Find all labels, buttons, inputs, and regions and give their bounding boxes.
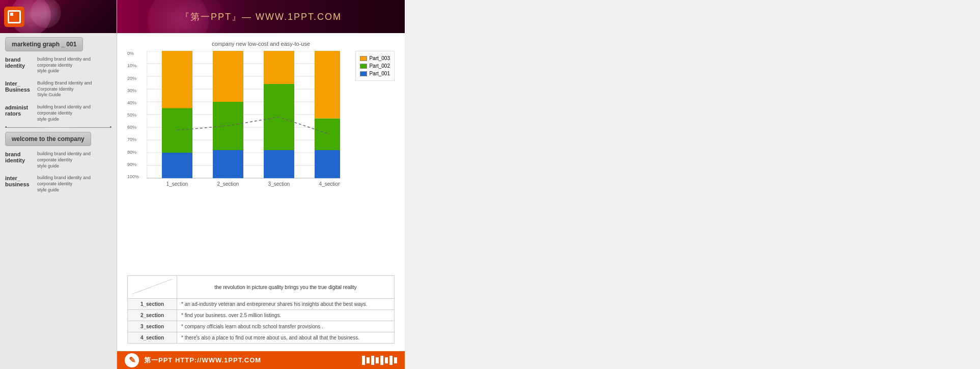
welcome-btn[interactable]: welcome to the company <box>5 132 91 146</box>
nav-item-desc-1: building brand identity andcorporate ide… <box>37 56 91 74</box>
marketing-graph-btn[interactable]: marketing graph _ 001 <box>5 37 83 51</box>
main-content: 『第一PPT』— WWW.1PPT.COM company new low-co… <box>117 0 405 369</box>
chart-area: company new low-cost and easy-to-use 100… <box>117 33 405 275</box>
svg-rect-25 <box>315 150 340 178</box>
footer: ✎ 第一PPT HTTP://WWW.1PPT.COM <box>117 351 405 369</box>
sidebar-header <box>0 0 117 33</box>
table-row: 3_section* company officials learn about… <box>128 321 395 332</box>
footer-bars <box>362 356 397 365</box>
y-label-30: 30% <box>127 88 144 93</box>
right-area <box>405 0 980 369</box>
svg-rect-26 <box>315 119 340 151</box>
svg-text:4_section: 4_section <box>319 181 340 187</box>
sidebar-item-brand-identity-1[interactable]: brandidentity building brand identity an… <box>0 53 117 77</box>
table-row: 4_section* there's also a place to find … <box>128 332 395 344</box>
chart-svg: 1_section 2_section 3_section 4_section <box>147 51 340 188</box>
table-section-cell: 3_section <box>128 321 177 332</box>
legend-color-part002 <box>360 64 367 69</box>
legend-label-part003: Part_003 <box>369 55 390 61</box>
footer-bar-5 <box>380 356 383 365</box>
svg-rect-16 <box>162 153 192 178</box>
nav-item-title-4: brandidentity <box>5 151 33 163</box>
app-icon-inner <box>8 10 21 23</box>
table-desc-cell: * there's also a place to find out more … <box>177 332 395 344</box>
table-desc-cell: * find your business. over 2.5 million l… <box>177 310 395 321</box>
chart-legend: Part_003 Part_002 Part_001 <box>355 51 395 81</box>
footer-text: 第一PPT HTTP://WWW.1PPT.COM <box>144 356 357 365</box>
footer-bar-8 <box>394 357 397 363</box>
nav-item-title-3: administrators <box>5 104 33 117</box>
legend-color-part003 <box>360 56 367 61</box>
app-icon <box>4 7 24 27</box>
y-label-90: 90% <box>127 162 144 167</box>
y-label-0: 0% <box>127 51 144 56</box>
chart-with-axes: 100% 90% 80% 70% 60% 50% 40% 30% 20% 10%… <box>127 51 348 190</box>
table-corner-header <box>128 276 177 299</box>
legend-label-part002: Part_002 <box>369 63 390 69</box>
nav-item-title-5: inter_business <box>5 175 33 187</box>
footer-bar-4 <box>376 357 379 363</box>
footer-bar-6 <box>385 357 388 363</box>
y-label-60: 60% <box>127 125 144 130</box>
footer-bar-3 <box>371 356 374 365</box>
y-label-50: 50% <box>127 112 144 118</box>
table-desc-cell: * company officials learn about nclb sch… <box>177 321 395 332</box>
chart-svg-container: 1_section 2_section 3_section 4_section <box>147 51 348 190</box>
nav-item-title-2: Inter_Business <box>5 80 33 93</box>
svg-rect-19 <box>213 150 243 178</box>
y-label-40: 40% <box>127 100 144 105</box>
svg-rect-24 <box>264 51 294 84</box>
chart-container: 100% 90% 80% 70% 60% 50% 40% 30% 20% 10%… <box>127 51 395 190</box>
sidebar-item-inter-business-2[interactable]: inter_business building brand identity a… <box>0 172 117 196</box>
legend-item-part003: Part_003 <box>360 55 390 61</box>
y-axis-labels: 100% 90% 80% 70% 60% 50% 40% 30% 20% 10%… <box>127 51 144 180</box>
svg-text:3_section: 3_section <box>268 181 290 187</box>
main-header: 『第一PPT』— WWW.1PPT.COM <box>117 0 405 33</box>
data-table: the revolution in picture quality brings… <box>127 275 395 344</box>
legend-color-part001 <box>360 71 367 76</box>
y-label-80: 80% <box>127 150 144 155</box>
sidebar: marketing graph _ 001 brandidentity buil… <box>0 0 117 369</box>
svg-text:1_section: 1_section <box>166 181 188 187</box>
sidebar-item-brand-identity-2[interactable]: brandidentity building brand identity an… <box>0 148 117 172</box>
legend-item-part002: Part_002 <box>360 63 390 69</box>
table-section-cell: 1_section <box>128 299 177 310</box>
y-label-10: 10% <box>127 63 144 68</box>
svg-rect-27 <box>315 51 340 119</box>
table-main-header: the revolution in picture quality brings… <box>177 276 395 299</box>
table-row: 2_section* find your business. over 2.5 … <box>128 310 395 321</box>
nav-divider <box>5 127 111 128</box>
sidebar-item-inter-business[interactable]: Inter_Business Building Brand Identity a… <box>0 77 117 101</box>
main-header-text: 『第一PPT』— WWW.1PPT.COM <box>180 11 342 23</box>
svg-text:2_section: 2_section <box>217 181 239 187</box>
footer-icon: ✎ <box>125 353 139 367</box>
table-area: the revolution in picture quality brings… <box>117 275 405 351</box>
nav-item-desc-4: building brand identity andcorporate ide… <box>37 151 91 169</box>
table-row: 1_section* an ad-industry veteran and en… <box>128 299 395 310</box>
footer-bar-1 <box>362 356 365 365</box>
footer-bar-7 <box>389 356 393 365</box>
nav-item-desc-3: building brand identity andcorporate ide… <box>37 104 91 122</box>
sidebar-nav: marketing graph _ 001 brandidentity buil… <box>0 33 117 369</box>
sidebar-item-administrators[interactable]: administrators building brand identity a… <box>0 101 117 125</box>
chart-title: company new low-cost and easy-to-use <box>127 41 395 47</box>
y-label-20: 20% <box>127 76 144 81</box>
table-desc-cell: * an ad-industry veteran and entrepreneu… <box>177 299 395 310</box>
nav-item-title-1: brandidentity <box>5 56 33 69</box>
nav-item-desc-5: building brand identity andcorporate ide… <box>37 175 91 193</box>
svg-rect-17 <box>162 108 192 153</box>
table-section-cell: 4_section <box>128 332 177 344</box>
svg-rect-21 <box>213 51 243 102</box>
legend-label-part001: Part_001 <box>369 71 390 76</box>
legend-item-part001: Part_001 <box>360 71 390 76</box>
nav-item-desc-2: Building Brand Identity andCorporate Ide… <box>37 80 92 98</box>
footer-bar-2 <box>367 357 370 363</box>
y-label-100: 100% <box>127 174 144 179</box>
svg-rect-18 <box>162 51 192 108</box>
table-section-cell: 2_section <box>128 310 177 321</box>
y-label-70: 70% <box>127 137 144 142</box>
svg-line-32 <box>132 279 173 294</box>
svg-rect-22 <box>264 150 294 178</box>
diagonal-line <box>132 279 173 294</box>
